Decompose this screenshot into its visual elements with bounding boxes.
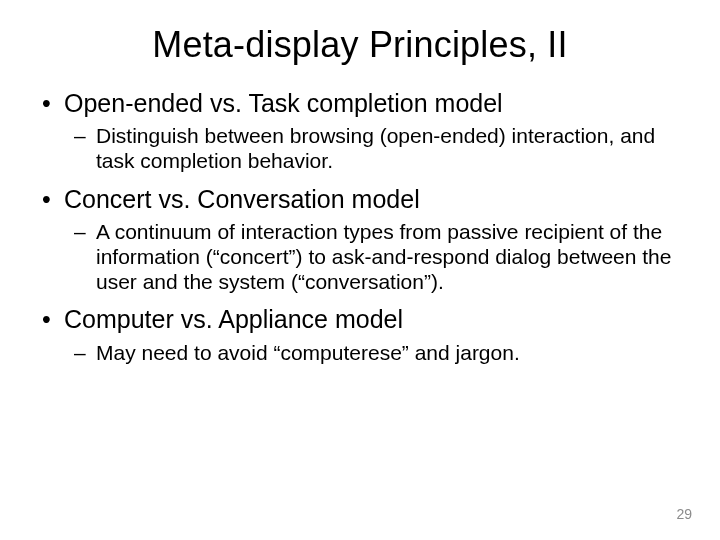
slide: Meta-display Principles, II Open-ended v… [0, 0, 720, 540]
list-subitem: Distinguish between browsing (open-ended… [36, 123, 684, 173]
bullet-list: Open-ended vs. Task completion model Dis… [36, 88, 684, 365]
slide-title: Meta-display Principles, II [36, 24, 684, 66]
list-subitem: A continuum of interaction types from pa… [36, 219, 684, 295]
page-number: 29 [676, 506, 692, 522]
list-item: Open-ended vs. Task completion model [36, 88, 684, 119]
list-item: Computer vs. Appliance model [36, 304, 684, 335]
list-subitem: May need to avoid “computerese” and jarg… [36, 340, 684, 365]
list-item: Concert vs. Conversation model [36, 184, 684, 215]
